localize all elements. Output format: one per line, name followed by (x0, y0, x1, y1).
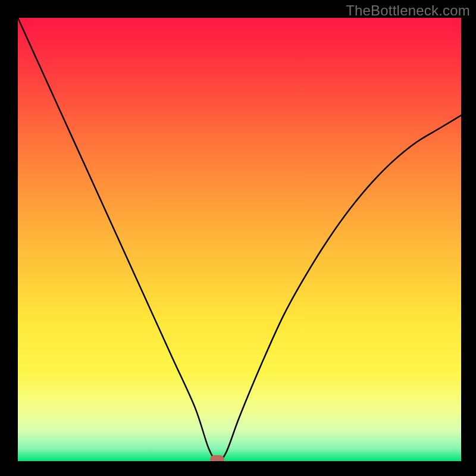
plot-area (18, 18, 461, 461)
bottleneck-curve (18, 18, 461, 461)
watermark-text: TheBottleneck.com (346, 2, 470, 19)
chart-frame: TheBottleneck.com (0, 0, 476, 476)
optimum-marker (210, 455, 224, 461)
